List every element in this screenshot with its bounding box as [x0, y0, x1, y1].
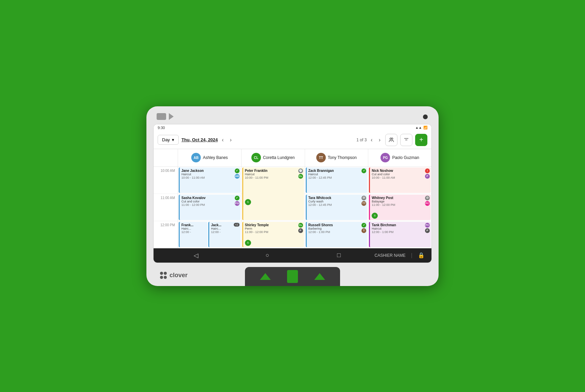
- staff-columns: AB Ashley Banes Jane Jackson Haircut 10:…: [178, 149, 431, 248]
- appt-time: 11:00 - 12:00 PM: [372, 203, 429, 207]
- appt-frank[interactable]: Frank... Hairc... 12:00 -: [179, 222, 208, 247]
- staff-badge: P: [425, 174, 430, 179]
- p-badge: P: [425, 228, 430, 233]
- tablet-camera: [423, 114, 428, 119]
- appt-service: Barbering: [308, 227, 366, 230]
- appt-status-icons: +2: [233, 223, 240, 227]
- add-appointment-button[interactable]: +: [415, 134, 427, 146]
- p-badge: P: [298, 228, 303, 233]
- staff-badge: T: [361, 228, 366, 233]
- cl-badge: CL: [298, 223, 303, 228]
- appt-sasha-kovalov[interactable]: Sasha Kovalov Cut and color 11:00 - 12:0…: [179, 195, 241, 220]
- appt-service: Balayage: [372, 200, 429, 203]
- view-dropdown[interactable]: Day ▾: [158, 135, 179, 145]
- appt-status-icons: ⏱ PC: [425, 196, 430, 206]
- status-bar: 9:30 ▲▲ 📶: [154, 124, 431, 131]
- check-icon: ✓: [235, 168, 240, 173]
- appt-name: Jane Jackson: [181, 169, 239, 173]
- tablet-dock: [245, 267, 340, 286]
- clock-icon: ⏱: [425, 196, 430, 200]
- staff-column-paolo: PG Paolo Guzman Nick Noshow Cut and colo…: [368, 149, 431, 248]
- appt-whitney-post[interactable]: Whitney Post Balayage 11:00 - 12:00 PM ⏱…: [369, 195, 431, 220]
- back-button[interactable]: ◁: [160, 252, 232, 259]
- slots-tony: Zack Brannigan Haircut 12:00 - 12:45 PM …: [305, 167, 368, 248]
- appt-jane-jackson[interactable]: Jane Jackson Haircut 10:00 - 11:00 AM ✓ …: [179, 167, 241, 193]
- appt-service: Haircut: [245, 173, 302, 176]
- appt-nick-noshow[interactable]: Nick Noshow Cut and color 10:00 - 11:00 …: [369, 167, 431, 193]
- time-row-10-coretta: Peter Franklin Haircut 10:00 - 11:00 PM …: [242, 167, 305, 194]
- staff-badge: PC: [425, 201, 430, 206]
- appt-tank-birchman[interactable]: Tank Birchman Haircut 12:00 - 1:00 PM PC…: [369, 222, 431, 247]
- time-row-11-paolo: Whitney Post Balayage 11:00 - 12:00 PM ⏱…: [368, 194, 431, 221]
- cashier-name: CASHIER NAME: [374, 253, 405, 258]
- appt-name: Tank Birchman: [372, 223, 429, 227]
- slots-coretta: Peter Franklin Haircut 10:00 - 11:00 PM …: [242, 167, 305, 248]
- dock-arrow-left[interactable]: [260, 273, 271, 280]
- appt-name: Peter Franklin: [245, 169, 302, 173]
- clover-leaf: [160, 276, 163, 279]
- appt-status-icons: ✓: [361, 168, 366, 173]
- appt-name: Tara Whitcock: [308, 196, 366, 200]
- staff-badge: PG: [235, 201, 240, 206]
- slots-ashley: Jane Jackson Haircut 10:00 - 11:00 AM ✓ …: [178, 167, 241, 248]
- appt-jack[interactable]: Jack... Hairc... 12:00 - +2: [208, 222, 241, 247]
- appt-time: 10:00 - 11:00 PM: [245, 176, 302, 179]
- tablet-arrow-button[interactable]: [169, 113, 174, 120]
- avatar-coretta: CL: [251, 153, 261, 162]
- dock-arrow-right[interactable]: [314, 273, 325, 280]
- next-date-button[interactable]: ›: [228, 136, 233, 144]
- tablet-button[interactable]: [157, 113, 166, 120]
- wifi-icon: ▲▲: [415, 126, 422, 129]
- appt-name: Nick Noshow: [372, 169, 429, 173]
- tablet-dock-area: [153, 263, 432, 286]
- recents-button[interactable]: □: [303, 252, 374, 259]
- appt-shirley-temple[interactable]: Shirley Temple Perm 11:00 - 12:00 PM CL …: [242, 222, 304, 247]
- home-button[interactable]: ○: [232, 252, 303, 259]
- clock-icon: ⏱: [361, 196, 366, 200]
- current-date[interactable]: Thu, Oct 24, 2024: [181, 137, 218, 142]
- time-row-12-tony: Russell Shores Barbering 12:00 - 1:00 PM…: [305, 221, 368, 248]
- clover-logo: clover: [160, 272, 188, 279]
- add-icon: +: [419, 136, 423, 144]
- appt-status-icons: CL P: [298, 223, 303, 233]
- staff-view-button[interactable]: [385, 134, 397, 146]
- prev-date-button[interactable]: ‹: [220, 136, 226, 144]
- appt-time: 11:00 - 12:00 PM: [181, 203, 239, 207]
- staff-column-ashley: AB Ashley Banes Jane Jackson Haircut 10:…: [178, 149, 242, 248]
- appt-zack-brannigan[interactable]: Zack Brannigan Haircut 12:00 - 12:45 PM …: [306, 167, 368, 193]
- staff-header-paolo: PG Paolo Guzman: [368, 149, 431, 167]
- next-page-button[interactable]: ›: [377, 136, 383, 144]
- time-row-11-tony: Tara Whitcock Curly wash 12:00 - 12:45 P…: [305, 194, 368, 221]
- appt-status-icons: ⏱ TT: [361, 196, 366, 206]
- appt-service: Haircut: [308, 173, 366, 176]
- appt-tara-whitcock[interactable]: Tara Whitcock Curly wash 12:00 - 12:45 P…: [306, 195, 368, 220]
- appt-status-icons: PC P: [425, 223, 430, 233]
- appt-time: 12:00 - 1:00 PM: [372, 230, 429, 234]
- staff-header-tony: TT Tony Thompson: [305, 149, 368, 167]
- appt-name: Whitney Post: [372, 196, 429, 200]
- time-row-10-paolo: Nick Noshow Cut and color 10:00 - 11:00 …: [368, 167, 431, 194]
- filter-button[interactable]: [400, 134, 412, 146]
- signal-icon: 📶: [423, 126, 427, 129]
- avatar-ashley: AB: [191, 153, 201, 162]
- appt-name: Frank...: [181, 223, 206, 227]
- staff-name-tony: Tony Thompson: [328, 155, 357, 160]
- appt-russell-shores[interactable]: Russell Shores Barbering 12:00 - 1:00 PM…: [306, 222, 368, 247]
- check-icon: ✓: [361, 223, 366, 228]
- appt-peter-franklin[interactable]: Peter Franklin Haircut 10:00 - 11:00 PM …: [242, 167, 304, 207]
- staff-column-tony: TT Tony Thompson Zack Brannigan Haircut …: [305, 149, 369, 248]
- dropdown-arrow-icon: ▾: [172, 137, 174, 142]
- staff-badge: AB: [235, 174, 240, 179]
- prev-page-button[interactable]: ‹: [369, 136, 374, 144]
- appt-service: Cut and color: [372, 173, 429, 176]
- tablet-screen: 9:30 ▲▲ 📶 Day ▾ Thu, Oct 24, 2024 ‹ › 1 …: [153, 124, 432, 263]
- appt-time: 10:00 - 11:00 AM: [372, 176, 429, 179]
- staff-header-coretta: CL Coretta Lundgren: [242, 149, 305, 167]
- s-badge: S: [372, 213, 378, 219]
- lock-icon[interactable]: 🔒: [418, 252, 425, 259]
- staff-badge: CL: [298, 174, 303, 179]
- s-badge: S: [245, 199, 251, 205]
- check-icon: ✓: [235, 196, 240, 200]
- clover-icon: [160, 272, 167, 279]
- page-counter: 1 of 3 ‹ ›: [356, 136, 383, 144]
